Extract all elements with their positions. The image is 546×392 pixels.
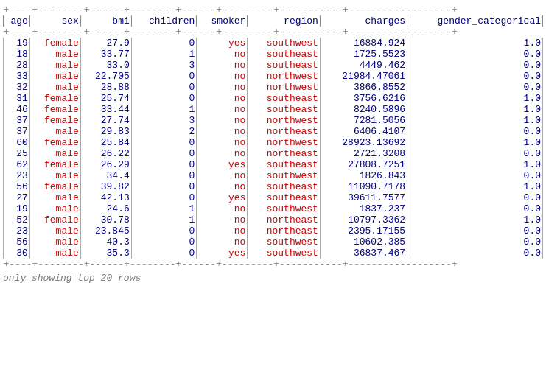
cell-charges-17: 2395.17155 <box>320 225 407 237</box>
cell-age-12: 23 <box>4 170 30 181</box>
cell-sex-0: female <box>29 38 80 49</box>
cell-smoker-16: no <box>197 214 248 225</box>
cell-region-6: southeast <box>248 104 321 115</box>
cell-charges-0: 16884.924 <box>320 38 407 49</box>
cell-smoker-10: no <box>197 148 248 159</box>
cell-smoker-9: no <box>197 137 248 148</box>
cell-age-17: 23 <box>4 225 30 237</box>
cell-smoker-1: no <box>197 49 248 60</box>
cell-region-5: southeast <box>248 93 321 104</box>
cell-age-7: 37 <box>4 115 30 126</box>
cell-age-4: 32 <box>4 82 30 93</box>
cell-charges-8: 6406.4107 <box>320 126 407 137</box>
cell-gender-8: 0.0 <box>407 126 543 137</box>
cell-children-11: 0 <box>131 159 197 170</box>
cell-charges-1: 1725.5523 <box>320 49 407 60</box>
cell-sex-8: male <box>29 126 80 137</box>
cell-gender-5: 1.0 <box>407 93 543 104</box>
cell-bmi-8: 29.83 <box>80 126 131 137</box>
cell-smoker-0: yes <box>197 38 248 49</box>
cell-age-6: 46 <box>4 104 30 115</box>
table-row: 23male34.40nosouthwest1826.8430.0 <box>4 170 543 181</box>
cell-age-15: 19 <box>4 203 30 214</box>
cell-age-10: 25 <box>4 148 30 159</box>
cell-children-16: 1 <box>131 214 197 225</box>
cell-region-14: southeast <box>248 192 321 203</box>
cell-gender-16: 1.0 <box>407 214 543 225</box>
header-charges: charges <box>320 15 407 27</box>
table-row: 30male35.30yessouthwest36837.4670.0 <box>4 248 543 259</box>
table-row: 19male24.61nosouthwest1837.2370.0 <box>4 203 543 214</box>
cell-age-18: 56 <box>4 237 30 248</box>
cell-gender-14: 0.0 <box>407 192 543 203</box>
cell-bmi-15: 24.6 <box>80 203 131 214</box>
cell-children-5: 0 <box>131 93 197 104</box>
table-container: +----+--------+------+--------+------+--… <box>3 4 543 284</box>
cell-sex-4: male <box>29 82 80 93</box>
cell-age-19: 30 <box>4 248 30 259</box>
cell-age-2: 28 <box>4 60 30 71</box>
cell-gender-4: 0.0 <box>407 82 543 93</box>
cell-children-6: 1 <box>131 104 197 115</box>
cell-charges-16: 10797.3362 <box>320 214 407 225</box>
cell-children-3: 0 <box>131 71 197 82</box>
table-row: 60female25.840nonorthwest28923.136921.0 <box>4 137 543 148</box>
cell-bmi-10: 26.22 <box>80 148 131 159</box>
cell-smoker-17: no <box>197 225 248 237</box>
cell-age-1: 18 <box>4 49 30 60</box>
cell-children-19: 0 <box>131 248 197 259</box>
cell-children-13: 0 <box>131 181 197 192</box>
cell-bmi-1: 33.77 <box>80 49 131 60</box>
cell-smoker-12: no <box>197 170 248 181</box>
top-separator: +----+--------+------+--------+------+--… <box>4 4 543 15</box>
cell-gender-2: 0.0 <box>407 60 543 71</box>
cell-sex-6: female <box>29 104 80 115</box>
cell-gender-7: 1.0 <box>407 115 543 126</box>
cell-region-15: southwest <box>248 203 321 214</box>
header-age: age <box>4 15 30 27</box>
cell-charges-3: 21984.47061 <box>320 71 407 82</box>
cell-age-8: 37 <box>4 126 30 137</box>
table-row: 33male22.7050nonorthwest21984.470610.0 <box>4 71 543 82</box>
cell-gender-3: 0.0 <box>407 71 543 82</box>
cell-charges-7: 7281.5056 <box>320 115 407 126</box>
cell-bmi-4: 28.88 <box>80 82 131 93</box>
cell-sex-18: male <box>29 237 80 248</box>
cell-children-4: 0 <box>131 82 197 93</box>
table-row: 37female27.743nonorthwest7281.50561.0 <box>4 115 543 126</box>
cell-age-0: 19 <box>4 38 30 49</box>
cell-age-9: 60 <box>4 137 30 148</box>
table-row: 28male33.03nosoutheast4449.4620.0 <box>4 60 543 71</box>
cell-charges-6: 8240.5896 <box>320 104 407 115</box>
cell-gender-18: 0.0 <box>407 237 543 248</box>
cell-age-3: 33 <box>4 71 30 82</box>
table-row: 62female26.290yessoutheast27808.72511.0 <box>4 159 543 170</box>
cell-bmi-14: 42.13 <box>80 192 131 203</box>
bottom-separator: +----+--------+------+--------+------+--… <box>4 259 543 270</box>
cell-bmi-19: 35.3 <box>80 248 131 259</box>
cell-gender-6: 1.0 <box>407 104 543 115</box>
cell-region-16: northeast <box>248 214 321 225</box>
cell-region-8: northeast <box>248 126 321 137</box>
cell-gender-12: 0.0 <box>407 170 543 181</box>
cell-children-15: 1 <box>131 203 197 214</box>
cell-bmi-12: 34.4 <box>80 170 131 181</box>
cell-age-11: 62 <box>4 159 30 170</box>
cell-region-10: northeast <box>248 148 321 159</box>
cell-children-7: 3 <box>131 115 197 126</box>
cell-children-1: 1 <box>131 49 197 60</box>
cell-gender-1: 0.0 <box>407 49 543 60</box>
header-sex: sex <box>29 15 80 27</box>
cell-age-5: 31 <box>4 93 30 104</box>
data-table: +----+--------+------+--------+------+--… <box>3 4 543 270</box>
cell-children-18: 0 <box>131 237 197 248</box>
cell-smoker-19: yes <box>197 248 248 259</box>
cell-charges-14: 39611.7577 <box>320 192 407 203</box>
table-row: 23male23.8450nonortheast2395.171550.0 <box>4 225 543 237</box>
cell-sex-9: female <box>29 137 80 148</box>
cell-gender-17: 0.0 <box>407 225 543 237</box>
footer-note: only showing top 20 rows <box>3 273 543 284</box>
cell-sex-13: female <box>29 181 80 192</box>
header-region: region <box>248 15 321 27</box>
table-row: 52female30.781nonortheast10797.33621.0 <box>4 214 543 225</box>
